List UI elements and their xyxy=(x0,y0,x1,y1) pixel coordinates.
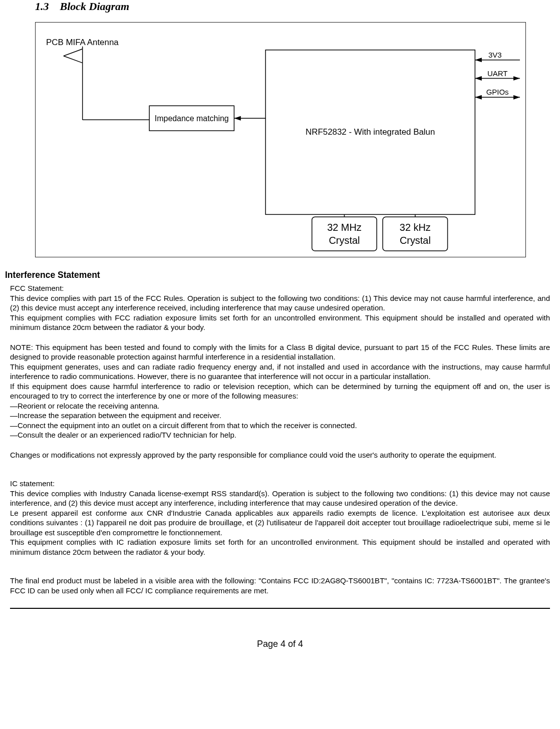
interference-heading: Interference Statement xyxy=(5,270,555,280)
diagram-crystal1-l2: Crystal xyxy=(329,235,360,246)
block-diagram: PCB MIFA Antenna Impedance matching NRF5… xyxy=(35,22,555,257)
svg-line-2 xyxy=(64,56,83,63)
fcc-title: FCC Statement: xyxy=(10,283,550,293)
svg-line-1 xyxy=(64,49,83,56)
diagram-crystal1-l1: 32 MHz xyxy=(327,222,362,233)
fcc-p2: This equipment complies with FCC radiati… xyxy=(10,313,550,332)
diagram-3v3-label: 3V3 xyxy=(488,51,502,59)
ic-p3: This equipment complies with IC radiatio… xyxy=(10,537,550,557)
diagram-crystal2-l2: Crystal xyxy=(400,235,431,246)
fcc-p5: If this equipment does cause harmful int… xyxy=(10,382,550,401)
ic-title: IC statement: xyxy=(10,479,550,489)
diagram-gpios-label: GPIOs xyxy=(486,88,509,96)
diagram-chip-label: NRF52832 - With integrated Balun xyxy=(306,127,435,137)
diagram-uart-label: UART xyxy=(487,69,507,78)
page-footer: Page 4 of 4 xyxy=(5,609,555,659)
fcc-m1: —Reorient or relocate the receiving ante… xyxy=(10,401,550,411)
fcc-p1: This device complies with part 15 of the… xyxy=(10,293,550,313)
label-note: The final end product must be labeled in… xyxy=(10,576,550,595)
fcc-p4: This equipment generates, uses and can r… xyxy=(10,362,550,382)
body-text: FCC Statement: This device complies with… xyxy=(5,283,555,595)
fcc-p3: NOTE: This equipment has been tested and… xyxy=(10,342,550,362)
ic-p1: This device complies with Industry Canad… xyxy=(10,489,550,508)
fcc-m2: —Increase the separation between the equ… xyxy=(10,411,550,421)
section-heading: 1.3 Block Diagram xyxy=(5,0,555,22)
section-title: Block Diagram xyxy=(60,0,130,13)
diagram-antenna-label: PCB MIFA Antenna xyxy=(46,38,119,47)
ic-p2: Le present appareil est conforme aux CNR… xyxy=(10,508,550,538)
diagram-crystal2-l1: 32 kHz xyxy=(400,222,431,233)
fcc-m4: —Consult the dealer or an experienced ra… xyxy=(10,430,550,440)
fcc-p6: Changes or modifications not expressly a… xyxy=(10,450,550,460)
diagram-impedance-label: Impedance matching xyxy=(155,114,229,123)
section-number: 1.3 xyxy=(35,0,49,13)
fcc-m3: —Connect the equipment into an outlet on… xyxy=(10,421,550,431)
